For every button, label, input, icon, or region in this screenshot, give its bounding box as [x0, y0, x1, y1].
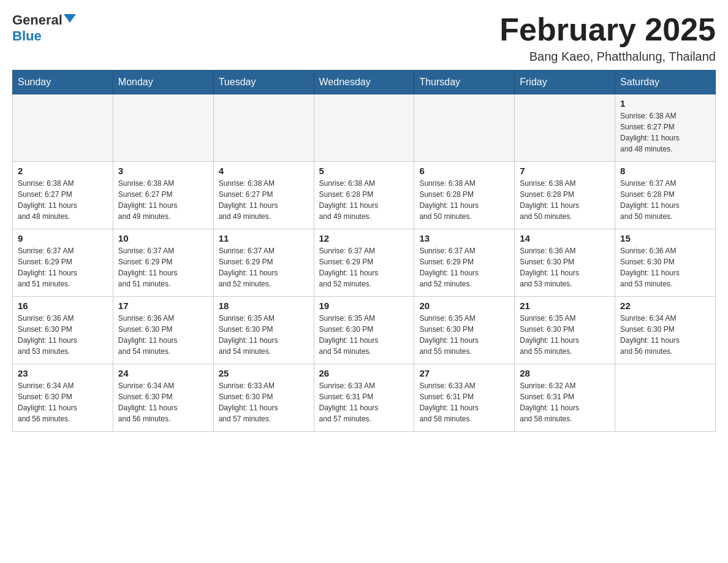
- day-info: Sunrise: 6:38 AMSunset: 6:28 PMDaylight:…: [419, 178, 509, 222]
- day-info: Sunrise: 6:33 AMSunset: 6:31 PMDaylight:…: [319, 380, 409, 424]
- day-cell: 8Sunrise: 6:37 AMSunset: 6:28 PMDaylight…: [615, 162, 716, 229]
- day-info: Sunrise: 6:38 AMSunset: 6:28 PMDaylight:…: [520, 178, 610, 222]
- day-cell: 19Sunrise: 6:35 AMSunset: 6:30 PMDayligh…: [314, 297, 414, 364]
- logo: General Blue: [12, 12, 76, 44]
- header-saturday: Saturday: [615, 71, 716, 94]
- header-friday: Friday: [515, 71, 615, 94]
- day-number: 7: [520, 166, 610, 176]
- day-cell: [414, 94, 515, 162]
- header-tuesday: Tuesday: [213, 71, 314, 94]
- day-cell: 7Sunrise: 6:38 AMSunset: 6:28 PMDaylight…: [515, 162, 615, 229]
- day-info: Sunrise: 6:38 AMSunset: 6:27 PMDaylight:…: [118, 178, 208, 222]
- day-info: Sunrise: 6:36 AMSunset: 6:30 PMDaylight:…: [118, 313, 208, 357]
- day-cell: 3Sunrise: 6:38 AMSunset: 6:27 PMDaylight…: [113, 162, 213, 229]
- day-info: Sunrise: 6:38 AMSunset: 6:27 PMDaylight:…: [219, 178, 309, 222]
- day-info: Sunrise: 6:37 AMSunset: 6:29 PMDaylight:…: [419, 245, 509, 289]
- day-cell: [314, 94, 414, 162]
- day-number: 27: [419, 368, 509, 378]
- day-info: Sunrise: 6:34 AMSunset: 6:30 PMDaylight:…: [118, 380, 208, 424]
- day-number: 21: [520, 301, 610, 311]
- day-cell: 5Sunrise: 6:38 AMSunset: 6:28 PMDaylight…: [314, 162, 414, 229]
- day-cell: 12Sunrise: 6:37 AMSunset: 6:29 PMDayligh…: [314, 229, 414, 297]
- subtitle: Bang Kaeo, Phatthalung, Thailand: [499, 50, 716, 64]
- day-cell: [515, 94, 615, 162]
- day-info: Sunrise: 6:36 AMSunset: 6:30 PMDaylight:…: [620, 245, 710, 289]
- day-cell: 26Sunrise: 6:33 AMSunset: 6:31 PMDayligh…: [314, 364, 414, 432]
- day-number: 10: [118, 233, 208, 243]
- day-info: Sunrise: 6:37 AMSunset: 6:29 PMDaylight:…: [18, 245, 108, 289]
- day-cell: 6Sunrise: 6:38 AMSunset: 6:28 PMDaylight…: [414, 162, 515, 229]
- day-info: Sunrise: 6:37 AMSunset: 6:29 PMDaylight:…: [118, 245, 208, 289]
- day-cell: [615, 364, 716, 432]
- main-title: February 2025: [499, 12, 716, 47]
- logo-triangle-icon: [64, 14, 76, 23]
- day-number: 12: [319, 233, 409, 243]
- day-cell: 14Sunrise: 6:36 AMSunset: 6:30 PMDayligh…: [515, 229, 615, 297]
- title-section: February 2025 Bang Kaeo, Phatthalung, Th…: [499, 12, 716, 64]
- day-cell: 10Sunrise: 6:37 AMSunset: 6:29 PMDayligh…: [113, 229, 213, 297]
- day-info: Sunrise: 6:35 AMSunset: 6:30 PMDaylight:…: [319, 313, 409, 357]
- day-cell: 2Sunrise: 6:38 AMSunset: 6:27 PMDaylight…: [13, 162, 113, 229]
- day-number: 16: [18, 301, 108, 311]
- day-cell: [213, 94, 314, 162]
- header-thursday: Thursday: [414, 71, 515, 94]
- day-info: Sunrise: 6:33 AMSunset: 6:30 PMDaylight:…: [219, 380, 309, 424]
- day-cell: 18Sunrise: 6:35 AMSunset: 6:30 PMDayligh…: [213, 297, 314, 364]
- day-number: 3: [118, 166, 208, 176]
- day-cell: 25Sunrise: 6:33 AMSunset: 6:30 PMDayligh…: [213, 364, 314, 432]
- day-number: 2: [18, 166, 108, 176]
- day-cell: [113, 94, 213, 162]
- week-row-2: 9Sunrise: 6:37 AMSunset: 6:29 PMDaylight…: [13, 229, 716, 297]
- day-number: 5: [319, 166, 409, 176]
- day-number: 20: [419, 301, 509, 311]
- day-cell: 9Sunrise: 6:37 AMSunset: 6:29 PMDaylight…: [13, 229, 113, 297]
- day-number: 4: [219, 166, 309, 176]
- day-cell: 15Sunrise: 6:36 AMSunset: 6:30 PMDayligh…: [615, 229, 716, 297]
- day-cell: 16Sunrise: 6:36 AMSunset: 6:30 PMDayligh…: [13, 297, 113, 364]
- calendar-body: 1Sunrise: 6:38 AMSunset: 6:27 PMDaylight…: [13, 94, 716, 432]
- day-cell: 28Sunrise: 6:32 AMSunset: 6:31 PMDayligh…: [515, 364, 615, 432]
- calendar-header: SundayMondayTuesdayWednesdayThursdayFrid…: [13, 71, 716, 94]
- day-number: 22: [620, 301, 710, 311]
- day-info: Sunrise: 6:35 AMSunset: 6:30 PMDaylight:…: [520, 313, 610, 357]
- day-info: Sunrise: 6:38 AMSunset: 6:28 PMDaylight:…: [319, 178, 409, 222]
- day-cell: 21Sunrise: 6:35 AMSunset: 6:30 PMDayligh…: [515, 297, 615, 364]
- logo-blue-text: Blue: [12, 28, 42, 44]
- day-number: 15: [620, 233, 710, 243]
- week-row-4: 23Sunrise: 6:34 AMSunset: 6:30 PMDayligh…: [13, 364, 716, 432]
- day-cell: 11Sunrise: 6:37 AMSunset: 6:29 PMDayligh…: [213, 229, 314, 297]
- page-header: General Blue February 2025 Bang Kaeo, Ph…: [12, 12, 716, 64]
- day-number: 23: [18, 368, 108, 378]
- calendar-table: SundayMondayTuesdayWednesdayThursdayFrid…: [12, 70, 716, 432]
- logo-general-text: General: [12, 12, 63, 28]
- day-info: Sunrise: 6:34 AMSunset: 6:30 PMDaylight:…: [620, 313, 710, 357]
- header-wednesday: Wednesday: [314, 71, 414, 94]
- day-cell: 17Sunrise: 6:36 AMSunset: 6:30 PMDayligh…: [113, 297, 213, 364]
- day-number: 24: [118, 368, 208, 378]
- day-info: Sunrise: 6:36 AMSunset: 6:30 PMDaylight:…: [520, 245, 610, 289]
- day-cell: 27Sunrise: 6:33 AMSunset: 6:31 PMDayligh…: [414, 364, 515, 432]
- day-number: 17: [118, 301, 208, 311]
- day-cell: 24Sunrise: 6:34 AMSunset: 6:30 PMDayligh…: [113, 364, 213, 432]
- day-info: Sunrise: 6:37 AMSunset: 6:29 PMDaylight:…: [219, 245, 309, 289]
- day-cell: 1Sunrise: 6:38 AMSunset: 6:27 PMDaylight…: [615, 94, 716, 162]
- header-row: SundayMondayTuesdayWednesdayThursdayFrid…: [13, 71, 716, 94]
- day-info: Sunrise: 6:32 AMSunset: 6:31 PMDaylight:…: [520, 380, 610, 424]
- day-info: Sunrise: 6:36 AMSunset: 6:30 PMDaylight:…: [18, 313, 108, 357]
- day-info: Sunrise: 6:35 AMSunset: 6:30 PMDaylight:…: [419, 313, 509, 357]
- header-monday: Monday: [113, 71, 213, 94]
- day-number: 9: [18, 233, 108, 243]
- day-info: Sunrise: 6:38 AMSunset: 6:27 PMDaylight:…: [620, 110, 710, 155]
- day-cell: 23Sunrise: 6:34 AMSunset: 6:30 PMDayligh…: [13, 364, 113, 432]
- day-number: 18: [219, 301, 309, 311]
- day-cell: 20Sunrise: 6:35 AMSunset: 6:30 PMDayligh…: [414, 297, 515, 364]
- day-cell: 13Sunrise: 6:37 AMSunset: 6:29 PMDayligh…: [414, 229, 515, 297]
- day-number: 26: [319, 368, 409, 378]
- day-number: 6: [419, 166, 509, 176]
- day-number: 28: [520, 368, 610, 378]
- day-info: Sunrise: 6:37 AMSunset: 6:29 PMDaylight:…: [319, 245, 409, 289]
- day-number: 14: [520, 233, 610, 243]
- day-number: 11: [219, 233, 309, 243]
- day-info: Sunrise: 6:34 AMSunset: 6:30 PMDaylight:…: [18, 380, 108, 424]
- day-number: 19: [319, 301, 409, 311]
